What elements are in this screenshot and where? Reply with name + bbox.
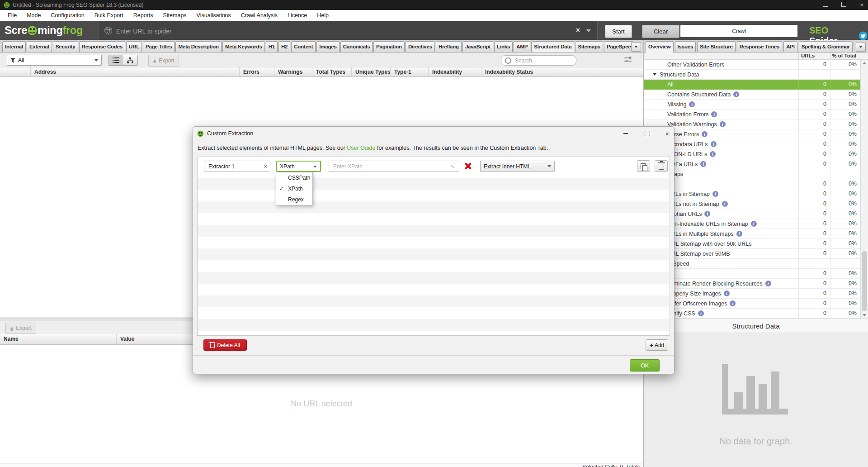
menu-option-xpath[interactable]: ✓XPath <box>276 183 312 194</box>
menu-option-regex[interactable]: Regex <box>276 194 312 205</box>
menu-item-file[interactable]: File <box>3 10 22 21</box>
clear-icon[interactable]: × <box>264 163 267 170</box>
info-icon[interactable]: i <box>704 211 710 217</box>
menu-item-bulk-export[interactable]: Bulk Export <box>90 10 128 21</box>
overview-row-contains-structured-data[interactable]: Contains Structured Datai00% <box>644 90 868 100</box>
overview-row-pagespeed[interactable]: PageSpeed <box>644 259 868 269</box>
overview-row-non-indexable-urls-in-sitemap[interactable]: Non-Indexable URLs in Sitemapi00% <box>644 219 868 229</box>
overview-row-xml-sitemap-with-over-50k-urls[interactable]: XML Sitemap with over 50k URLs00% <box>644 239 868 249</box>
search-input[interactable] <box>514 57 570 64</box>
tab-structured-data[interactable]: Structured Data <box>531 41 574 52</box>
start-button[interactable]: Start <box>605 25 632 38</box>
overview-row-sitemaps[interactable]: Sitemaps <box>644 169 868 179</box>
tab-pagination[interactable]: Pagination <box>373 41 405 52</box>
info-icon[interactable]: i <box>730 300 736 306</box>
dialog-close-icon[interactable]: × <box>661 127 673 140</box>
tab-directives[interactable]: Directives <box>406 41 435 52</box>
overview-row-validation-warnings[interactable]: Validation Warningsi00% <box>644 119 868 129</box>
overview-row-all[interactable]: All00% <box>644 179 868 189</box>
tab-hreflang[interactable]: Hreflang <box>436 41 462 52</box>
url-history-chevron-down-icon[interactable] <box>586 29 591 32</box>
tab-meta-keywords[interactable]: Meta Keywords <box>222 41 265 52</box>
tab-spelling-grammar[interactable]: Spelling & Grammar <box>799 41 853 52</box>
menu-item-reports[interactable]: Reports <box>128 10 158 21</box>
info-icon[interactable]: i <box>698 310 704 316</box>
scrollbar-thumb[interactable] <box>862 251 867 311</box>
info-icon[interactable]: i <box>765 281 771 286</box>
overview-row-urls-in-sitemap[interactable]: URLs in Sitemapi00% <box>644 189 868 199</box>
menu-item-crawl-analysis[interactable]: Crawl Analysis <box>236 10 283 21</box>
close-icon[interactable]: × <box>860 0 863 10</box>
user-guide-link[interactable]: User Guide <box>347 145 375 151</box>
details-export-button[interactable]: Export <box>5 323 36 334</box>
export-button[interactable]: Export <box>148 55 179 67</box>
tab-api[interactable]: API <box>783 41 797 52</box>
overview-row-parse-errors[interactable]: Parse Errorsi00% <box>644 129 868 139</box>
info-icon[interactable]: i <box>736 231 742 237</box>
url-input[interactable] <box>115 21 524 41</box>
menu-item-visualisations[interactable]: Visualisations <box>192 10 236 21</box>
tab-meta-description[interactable]: Meta Description <box>175 41 221 52</box>
tab-security[interactable]: Security <box>53 41 78 52</box>
info-icon[interactable]: i <box>722 201 728 207</box>
tree-view-button[interactable] <box>123 55 138 66</box>
info-icon[interactable]: i <box>710 151 716 157</box>
url-clear-icon[interactable]: × <box>576 26 580 35</box>
tab-issues[interactable]: Issues <box>675 41 696 52</box>
list-view-button[interactable] <box>108 55 123 66</box>
menu-item-mode[interactable]: Mode <box>22 10 46 21</box>
overview-row-xml-sitemap-over-50mb[interactable]: XML Sitemap over 50MB00% <box>644 249 868 259</box>
info-icon[interactable]: i <box>700 161 706 167</box>
extractor-name-field[interactable]: × <box>204 161 270 172</box>
info-icon[interactable]: i <box>711 111 717 117</box>
overview-row-missing[interactable]: Missingi00% <box>644 100 868 110</box>
tab-external[interactable]: External <box>27 41 52 52</box>
tab-javascript[interactable]: JavaScript <box>462 41 493 52</box>
overview-row-json-ld-urls[interactable]: JSON-LD URLsi00% <box>644 149 868 159</box>
tab-site-structure[interactable]: Site Structure <box>697 41 736 52</box>
column-header-type-1[interactable]: Type-1 <box>391 67 429 76</box>
tab-url[interactable]: URL <box>126 41 142 52</box>
overview-row-urls-not-in-sitemap[interactable]: URLs not in Sitemapi00% <box>644 199 868 209</box>
column-header-unique-types[interactable]: Unique Types <box>352 67 391 76</box>
scroll-down-icon[interactable] <box>863 314 866 316</box>
extract-mode-dropdown[interactable]: Extract Inner HTML <box>480 161 555 172</box>
column-header-total-types[interactable]: Total Types <box>312 67 352 76</box>
tab-internal[interactable]: Internal <box>2 41 26 52</box>
info-icon[interactable]: i <box>720 121 726 127</box>
ok-button[interactable]: OK <box>630 359 660 372</box>
duplicate-extractor-button[interactable] <box>637 160 650 172</box>
delete-extractor-button[interactable] <box>655 160 668 172</box>
column-header-indexability-status[interactable]: Indexability Status <box>481 67 567 76</box>
urls-column-header[interactable]: URLs <box>801 53 815 58</box>
overview-row-all[interactable]: All00% <box>644 80 868 90</box>
selector-expression-input[interactable] <box>332 163 443 170</box>
pct-column-header[interactable]: % of Total <box>832 53 856 58</box>
tab-h2[interactable]: H2 <box>278 41 290 52</box>
overview-row-urls-in-multiple-sitemaps[interactable]: URLs in Multiple Sitemapsi00% <box>644 229 868 239</box>
dialog-maximize-icon[interactable] <box>642 127 653 140</box>
tab-pagespee[interactable]: PageSpee <box>604 41 633 52</box>
menu-item-configuration[interactable]: Configuration <box>46 10 89 21</box>
selector-expression-field[interactable]: ↔ <box>329 161 459 172</box>
extractor-name-input[interactable] <box>208 163 259 170</box>
maximize-icon[interactable] <box>841 0 846 10</box>
overview-row-microdata-urls[interactable]: Microdata URLsi00% <box>644 139 868 149</box>
search-settings-icon[interactable] <box>624 57 632 62</box>
clear-button[interactable]: Clear <box>642 25 679 38</box>
info-icon[interactable]: i <box>751 221 757 227</box>
scroll-up-icon[interactable] <box>863 62 866 64</box>
main-tabs-overflow-button[interactable] <box>631 42 641 52</box>
column-header-indexability[interactable]: Indexability <box>429 67 481 76</box>
minimize-icon[interactable] <box>823 0 828 10</box>
overview-row-structured-data[interactable]: Structured Data <box>644 70 868 80</box>
info-icon[interactable]: i <box>724 291 730 296</box>
tab-images[interactable]: Images <box>316 41 339 52</box>
tab-canonicals[interactable]: Canonicals <box>340 41 373 52</box>
details-name-header[interactable]: Name <box>0 334 117 344</box>
tab-content[interactable]: Content <box>291 41 316 52</box>
menu-item-sitemaps[interactable]: Sitemaps <box>158 10 192 21</box>
info-icon[interactable]: i <box>733 91 739 97</box>
twitter-icon[interactable] <box>859 31 868 41</box>
overview-row-minify-css[interactable]: Minify CSSi00% <box>644 309 868 319</box>
